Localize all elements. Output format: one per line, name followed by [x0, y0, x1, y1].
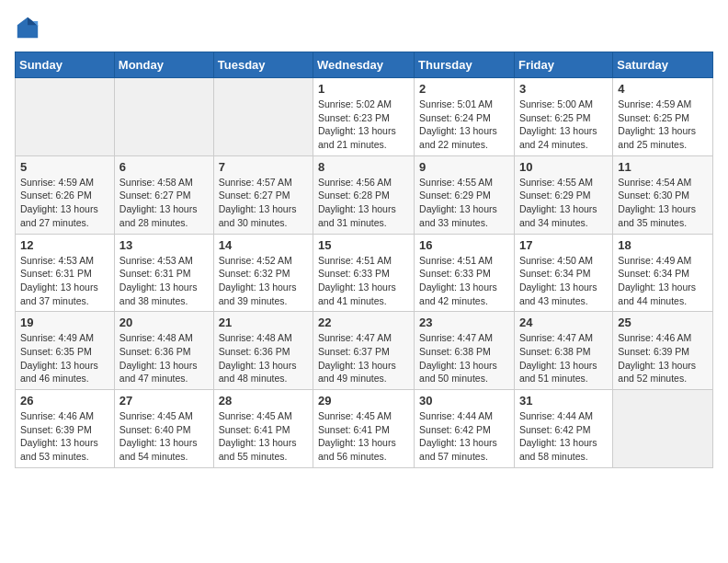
calendar-cell: 3Sunrise: 5:00 AM Sunset: 6:25 PM Daylig… [514, 78, 612, 156]
day-number: 19 [20, 316, 109, 329]
day-info: Sunrise: 4:51 AM Sunset: 6:33 PM Dayligh… [419, 254, 509, 308]
day-info: Sunrise: 4:57 AM Sunset: 6:27 PM Dayligh… [219, 176, 308, 230]
calendar-cell: 5Sunrise: 4:59 AM Sunset: 6:26 PM Daylig… [16, 155, 115, 234]
day-info: Sunrise: 4:46 AM Sunset: 6:39 PM Dayligh… [618, 331, 708, 385]
calendar-cell: 11Sunrise: 4:54 AM Sunset: 6:30 PM Dayli… [613, 155, 713, 234]
day-number: 14 [219, 238, 308, 252]
week-row-2: 5Sunrise: 4:59 AM Sunset: 6:26 PM Daylig… [16, 155, 713, 234]
day-number: 7 [219, 160, 308, 174]
day-info: Sunrise: 4:55 AM Sunset: 6:29 PM Dayligh… [519, 176, 608, 230]
day-number: 24 [519, 316, 608, 329]
calendar-cell: 9Sunrise: 4:55 AM Sunset: 6:29 PM Daylig… [415, 155, 515, 234]
day-info: Sunrise: 4:47 AM Sunset: 6:38 PM Dayligh… [419, 331, 509, 385]
calendar-cell [613, 390, 713, 468]
weekday-header-saturday: Saturday [613, 52, 713, 78]
calendar: SundayMondayTuesdayWednesdayThursdayFrid… [15, 52, 713, 468]
calendar-cell: 20Sunrise: 4:48 AM Sunset: 6:36 PM Dayli… [114, 312, 213, 390]
weekday-header-friday: Friday [514, 52, 612, 78]
day-number: 10 [519, 160, 608, 174]
weekday-header-thursday: Thursday [415, 52, 515, 78]
day-info: Sunrise: 5:01 AM Sunset: 6:24 PM Dayligh… [419, 98, 509, 152]
day-number: 12 [20, 238, 109, 252]
calendar-cell: 25Sunrise: 4:46 AM Sunset: 6:39 PM Dayli… [613, 312, 713, 390]
day-info: Sunrise: 5:00 AM Sunset: 6:25 PM Dayligh… [519, 98, 608, 152]
calendar-cell: 16Sunrise: 4:51 AM Sunset: 6:33 PM Dayli… [415, 234, 515, 312]
calendar-cell [114, 78, 213, 156]
calendar-cell: 30Sunrise: 4:44 AM Sunset: 6:42 PM Dayli… [415, 390, 515, 468]
calendar-cell: 28Sunrise: 4:45 AM Sunset: 6:41 PM Dayli… [213, 390, 313, 468]
week-row-4: 19Sunrise: 4:49 AM Sunset: 6:35 PM Dayli… [16, 312, 713, 390]
weekday-row: SundayMondayTuesdayWednesdayThursdayFrid… [16, 52, 713, 78]
week-row-1: 1Sunrise: 5:02 AM Sunset: 6:23 PM Daylig… [16, 78, 713, 156]
day-info: Sunrise: 4:48 AM Sunset: 6:36 PM Dayligh… [119, 331, 209, 385]
calendar-cell: 27Sunrise: 4:45 AM Sunset: 6:40 PM Dayli… [114, 390, 213, 468]
page: SundayMondayTuesdayWednesdayThursdayFrid… [0, 0, 728, 483]
logo-icon [15, 15, 40, 40]
day-number: 21 [219, 316, 308, 329]
day-info: Sunrise: 4:55 AM Sunset: 6:29 PM Dayligh… [419, 176, 509, 230]
calendar-cell: 12Sunrise: 4:53 AM Sunset: 6:31 PM Dayli… [16, 234, 115, 312]
calendar-cell: 26Sunrise: 4:46 AM Sunset: 6:39 PM Dayli… [16, 390, 115, 468]
day-number: 11 [618, 160, 708, 174]
day-info: Sunrise: 4:49 AM Sunset: 6:34 PM Dayligh… [618, 254, 708, 308]
day-number: 16 [419, 238, 509, 252]
day-number: 5 [20, 160, 109, 174]
day-info: Sunrise: 4:59 AM Sunset: 6:26 PM Dayligh… [20, 176, 109, 230]
calendar-cell: 24Sunrise: 4:47 AM Sunset: 6:38 PM Dayli… [514, 312, 612, 390]
day-number: 30 [419, 394, 509, 408]
day-info: Sunrise: 4:52 AM Sunset: 6:32 PM Dayligh… [219, 254, 308, 308]
calendar-cell: 7Sunrise: 4:57 AM Sunset: 6:27 PM Daylig… [213, 155, 313, 234]
calendar-cell: 10Sunrise: 4:55 AM Sunset: 6:29 PM Dayli… [514, 155, 612, 234]
calendar-cell: 6Sunrise: 4:58 AM Sunset: 6:27 PM Daylig… [114, 155, 213, 234]
day-info: Sunrise: 4:45 AM Sunset: 6:41 PM Dayligh… [318, 409, 409, 464]
day-number: 27 [119, 394, 209, 408]
calendar-cell: 1Sunrise: 5:02 AM Sunset: 6:23 PM Daylig… [313, 78, 415, 156]
day-info: Sunrise: 4:49 AM Sunset: 6:35 PM Dayligh… [20, 331, 109, 385]
calendar-cell: 31Sunrise: 4:44 AM Sunset: 6:42 PM Dayli… [514, 390, 612, 468]
day-number: 31 [519, 394, 608, 408]
day-info: Sunrise: 4:45 AM Sunset: 6:41 PM Dayligh… [219, 409, 308, 464]
day-number: 13 [119, 238, 209, 252]
day-info: Sunrise: 4:44 AM Sunset: 6:42 PM Dayligh… [519, 409, 608, 464]
day-info: Sunrise: 4:44 AM Sunset: 6:42 PM Dayligh… [419, 409, 509, 464]
calendar-cell: 8Sunrise: 4:56 AM Sunset: 6:28 PM Daylig… [313, 155, 415, 234]
calendar-cell: 29Sunrise: 4:45 AM Sunset: 6:41 PM Dayli… [313, 390, 415, 468]
week-row-3: 12Sunrise: 4:53 AM Sunset: 6:31 PM Dayli… [16, 234, 713, 312]
day-info: Sunrise: 4:50 AM Sunset: 6:34 PM Dayligh… [519, 254, 608, 308]
calendar-cell [213, 78, 313, 156]
calendar-cell: 13Sunrise: 4:53 AM Sunset: 6:31 PM Dayli… [114, 234, 213, 312]
calendar-cell: 4Sunrise: 4:59 AM Sunset: 6:25 PM Daylig… [613, 78, 713, 156]
calendar-cell: 19Sunrise: 4:49 AM Sunset: 6:35 PM Dayli… [16, 312, 115, 390]
day-number: 29 [318, 394, 409, 408]
day-info: Sunrise: 4:47 AM Sunset: 6:37 PM Dayligh… [318, 331, 409, 385]
day-number: 23 [419, 316, 509, 329]
calendar-cell: 18Sunrise: 4:49 AM Sunset: 6:34 PM Dayli… [613, 234, 713, 312]
day-number: 4 [618, 82, 708, 96]
weekday-header-monday: Monday [114, 52, 213, 78]
calendar-header: SundayMondayTuesdayWednesdayThursdayFrid… [16, 52, 713, 78]
day-number: 8 [318, 160, 409, 174]
week-row-5: 26Sunrise: 4:46 AM Sunset: 6:39 PM Dayli… [16, 390, 713, 468]
day-number: 25 [618, 316, 708, 329]
day-info: Sunrise: 4:47 AM Sunset: 6:38 PM Dayligh… [519, 331, 608, 385]
calendar-cell: 2Sunrise: 5:01 AM Sunset: 6:24 PM Daylig… [415, 78, 515, 156]
day-info: Sunrise: 4:59 AM Sunset: 6:25 PM Dayligh… [618, 98, 708, 152]
calendar-cell: 15Sunrise: 4:51 AM Sunset: 6:33 PM Dayli… [313, 234, 415, 312]
header [15, 15, 713, 40]
day-number: 1 [318, 82, 409, 96]
day-number: 20 [119, 316, 209, 329]
day-number: 6 [119, 160, 209, 174]
day-info: Sunrise: 4:56 AM Sunset: 6:28 PM Dayligh… [318, 176, 409, 230]
day-number: 3 [519, 82, 608, 96]
calendar-cell: 23Sunrise: 4:47 AM Sunset: 6:38 PM Dayli… [415, 312, 515, 390]
day-info: Sunrise: 4:46 AM Sunset: 6:39 PM Dayligh… [20, 409, 109, 464]
weekday-header-sunday: Sunday [16, 52, 115, 78]
day-info: Sunrise: 4:54 AM Sunset: 6:30 PM Dayligh… [618, 176, 708, 230]
day-info: Sunrise: 5:02 AM Sunset: 6:23 PM Dayligh… [318, 98, 409, 152]
calendar-cell: 21Sunrise: 4:48 AM Sunset: 6:36 PM Dayli… [213, 312, 313, 390]
calendar-cell [16, 78, 115, 156]
day-info: Sunrise: 4:45 AM Sunset: 6:40 PM Dayligh… [119, 409, 209, 464]
day-info: Sunrise: 4:58 AM Sunset: 6:27 PM Dayligh… [119, 176, 209, 230]
day-number: 2 [419, 82, 509, 96]
calendar-cell: 22Sunrise: 4:47 AM Sunset: 6:37 PM Dayli… [313, 312, 415, 390]
